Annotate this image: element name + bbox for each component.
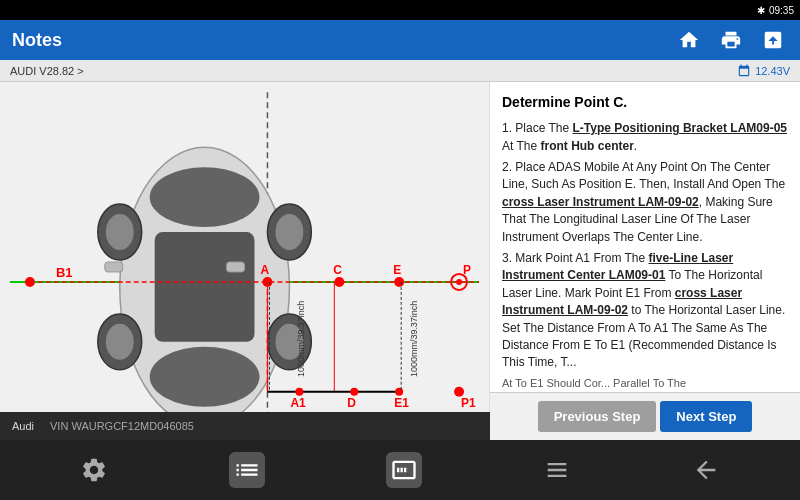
label-a1: A1 bbox=[290, 396, 306, 410]
label-e1: E1 bbox=[394, 396, 409, 410]
diagram-panel: 1000mm/39.37inch 1000mm/39.37inch B1 A C… bbox=[0, 82, 490, 440]
svg-point-28 bbox=[295, 388, 303, 396]
svg-text:1000mm/39.37inch: 1000mm/39.37inch bbox=[296, 301, 306, 377]
svg-point-23 bbox=[456, 279, 462, 285]
step1-end: . bbox=[634, 139, 637, 153]
footer-info: Audi VIN WAURGCF12MD046085 bbox=[0, 412, 490, 440]
step3-more: This Time, T... bbox=[502, 355, 576, 369]
svg-text:1000mm/39.37inch: 1000mm/39.37inch bbox=[409, 301, 419, 377]
status-bar: ✱ 09:35 bbox=[0, 0, 800, 20]
car-diagram: 1000mm/39.37inch 1000mm/39.37inch B1 A C… bbox=[0, 82, 489, 440]
header-icons bbox=[674, 25, 788, 55]
step3-final: At To E1 Should Cor... Parallel To The bbox=[502, 376, 788, 392]
section-heading: Determine Point C. bbox=[502, 92, 788, 112]
navigation-buttons: Previous Step Next Step bbox=[490, 392, 800, 440]
svg-rect-7 bbox=[105, 262, 123, 272]
svg-point-21 bbox=[394, 277, 404, 287]
footer-vin: VIN WAURGCF12MD046085 bbox=[50, 420, 194, 432]
svg-point-12 bbox=[275, 214, 303, 250]
step1-prefix: 1. Place The bbox=[502, 121, 573, 135]
app-title: Notes bbox=[12, 30, 62, 51]
footer-brand: Audi bbox=[12, 420, 34, 432]
time-display: 09:35 bbox=[769, 5, 794, 16]
step3-text: 3. Mark Point A1 From The five-Line Lase… bbox=[502, 250, 788, 372]
svg-point-20 bbox=[334, 277, 344, 287]
status-icons: ✱ 09:35 bbox=[757, 5, 794, 16]
text-panel: Determine Point C. 1. Place The L-Type P… bbox=[490, 82, 800, 440]
print-button[interactable] bbox=[716, 25, 746, 55]
step2-prefix: 2. Place ADAS Mobile At Any Point On The… bbox=[502, 160, 785, 191]
header-bar: Notes bbox=[0, 20, 800, 60]
bluetooth-icon: ✱ bbox=[757, 5, 765, 16]
previous-step-button[interactable]: Previous Step bbox=[538, 401, 657, 432]
label-d: D bbox=[347, 396, 356, 410]
label-p: P bbox=[463, 263, 471, 277]
step1-text: 1. Place The L-Type Positioning Bracket … bbox=[502, 120, 788, 155]
voltage-display: 12.43V bbox=[737, 64, 790, 78]
svg-rect-6 bbox=[155, 232, 255, 342]
home-button[interactable] bbox=[674, 25, 704, 55]
label-p1: P1 bbox=[461, 396, 476, 410]
svg-point-5 bbox=[150, 347, 260, 407]
label-e: E bbox=[393, 263, 401, 277]
svg-point-14 bbox=[106, 324, 134, 360]
svg-point-30 bbox=[395, 388, 403, 396]
step3-prefix: 3. Mark Point A1 From The bbox=[502, 251, 649, 265]
svg-point-24 bbox=[25, 277, 35, 287]
step1-suffix: At The bbox=[502, 139, 540, 153]
svg-rect-8 bbox=[227, 262, 245, 272]
chart-button[interactable] bbox=[229, 452, 265, 488]
step2-text: 2. Place ADAS Mobile At Any Point On The… bbox=[502, 159, 788, 246]
step1-bold: front Hub center bbox=[540, 139, 633, 153]
back-button[interactable] bbox=[692, 456, 720, 484]
bottom-app-bar bbox=[0, 440, 800, 500]
svg-point-10 bbox=[106, 214, 134, 250]
sub-header: AUDI V28.82 > 12.43V bbox=[0, 60, 800, 82]
next-step-button[interactable]: Next Step bbox=[660, 401, 752, 432]
svg-point-29 bbox=[350, 388, 358, 396]
breadcrumb: AUDI V28.82 > bbox=[10, 65, 84, 77]
voltage-value: 12.43V bbox=[755, 65, 790, 77]
settings-button[interactable] bbox=[80, 456, 108, 484]
vci-button[interactable] bbox=[386, 452, 422, 488]
step2-link: cross Laser Instrument LAM-09-02 bbox=[502, 195, 699, 209]
label-b1: B1 bbox=[56, 265, 73, 280]
main-content: 1000mm/39.37inch 1000mm/39.37inch B1 A C… bbox=[0, 82, 800, 440]
home-nav-button[interactable] bbox=[543, 456, 571, 484]
step1-link: L-Type Positioning Bracket LAM09-05 bbox=[573, 121, 787, 135]
label-c: C bbox=[333, 263, 342, 277]
export-button[interactable] bbox=[758, 25, 788, 55]
svg-point-4 bbox=[150, 167, 260, 227]
label-a: A bbox=[260, 263, 269, 277]
calendar-icon bbox=[737, 64, 751, 78]
